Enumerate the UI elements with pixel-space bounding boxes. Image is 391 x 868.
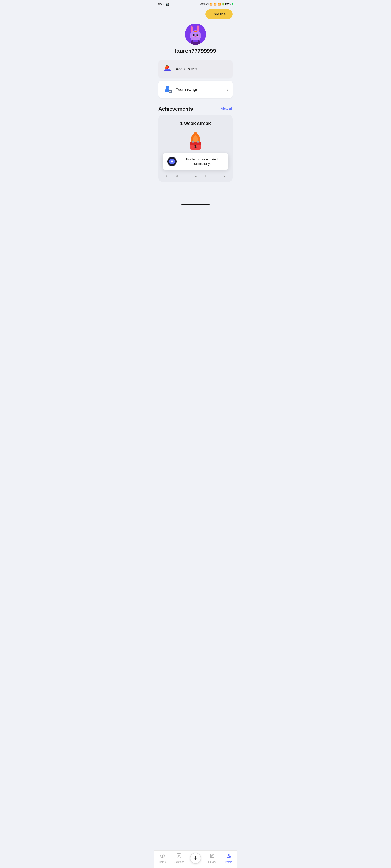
achievements-header: Achievements View all (158, 106, 233, 112)
toast-icon-dot (171, 160, 173, 162)
achievement-card: 1-week streak 1 (158, 115, 233, 182)
avatar-illustration (185, 24, 206, 45)
username: lauren77799999 (175, 48, 216, 54)
day-s2: S (223, 174, 224, 178)
menu-item-left-settings: Your settings (162, 84, 198, 94)
add-subjects-menu-item[interactable]: 🍎 Add subjects › (158, 60, 233, 78)
add-subjects-icon: 🍎 (162, 64, 173, 74)
svg-rect-26 (171, 91, 172, 92)
settings-chevron-icon: › (227, 87, 229, 92)
svg-rect-18 (165, 69, 170, 70)
day-f: F (214, 174, 216, 178)
svg-text:🍎: 🍎 (164, 65, 169, 69)
add-subjects-label: Add subjects (176, 67, 198, 71)
battery-dot (232, 3, 233, 5)
free-trial-row: Free trial (158, 9, 233, 19)
svg-point-4 (197, 25, 199, 31)
svg-rect-24 (170, 92, 171, 93)
svg-point-8 (194, 35, 194, 35)
day-t2: T (205, 174, 207, 178)
battery-indicator: 🔋 94% (221, 2, 233, 5)
wifi-icon: 📶 (217, 3, 221, 5)
achievements-title: Achievements (158, 106, 193, 112)
svg-point-2 (191, 26, 193, 32)
achievements-section: Achievements View all 1-week streak (158, 106, 233, 182)
svg-rect-11 (194, 31, 197, 32)
home-indicator (181, 204, 210, 205)
data-speed: 19.8 KB/s (200, 3, 209, 5)
toast-message: Profile picture updated successfully! (180, 157, 224, 166)
svg-rect-15 (192, 40, 199, 42)
svg-point-9 (197, 35, 198, 35)
toast-notification: Profile picture updated successfully! (162, 153, 229, 170)
add-subjects-chevron-icon: › (227, 67, 229, 72)
avatar[interactable] (185, 24, 206, 45)
svg-rect-32 (198, 141, 199, 143)
signal-icon-1: 📶 (210, 3, 213, 5)
svg-point-19 (166, 86, 169, 89)
svg-point-10 (195, 36, 196, 37)
status-icons: 19.8 KB/s 📶 📶 📶 🔋 94% (200, 2, 233, 5)
day-t1: T (185, 174, 187, 178)
settings-icon (162, 84, 173, 94)
menu-item-left: 🍎 Add subjects (162, 64, 198, 74)
view-all-link[interactable]: View all (221, 107, 233, 111)
menu-list: 🍎 Add subjects › (158, 60, 233, 98)
flame-svg: 1 (187, 130, 204, 150)
streak-flame-icon: 1 (187, 130, 204, 148)
settings-label: Your settings (176, 87, 198, 92)
profile-section: lauren77799999 (158, 24, 233, 54)
svg-text:1: 1 (194, 144, 197, 149)
svg-rect-31 (192, 141, 193, 143)
status-time: 9:29 (158, 2, 164, 6)
free-trial-button[interactable]: Free trial (206, 9, 233, 19)
svg-rect-25 (169, 91, 170, 92)
toast-icon-inner (169, 158, 175, 164)
day-s1: S (166, 174, 168, 178)
streak-title: 1-week streak (162, 121, 229, 126)
status-bar: 9:29 📷 19.8 KB/s 📶 📶 📶 🔋 94% (154, 0, 237, 7)
battery-percent: 94% (225, 2, 231, 5)
svg-point-13 (197, 36, 199, 37)
video-icon: 📷 (166, 2, 169, 6)
toast-icon (167, 157, 177, 166)
settings-menu-item[interactable]: Your settings › (158, 81, 233, 98)
day-m: M (176, 174, 178, 178)
battery-icon: 🔋 (221, 3, 225, 5)
svg-point-12 (192, 36, 194, 37)
week-days: S M T W T F S (162, 174, 229, 178)
svg-rect-23 (170, 90, 171, 91)
signal-icon-2: 📶 (213, 3, 217, 5)
main-content: Free trial (154, 7, 237, 203)
day-w: W (194, 174, 197, 178)
